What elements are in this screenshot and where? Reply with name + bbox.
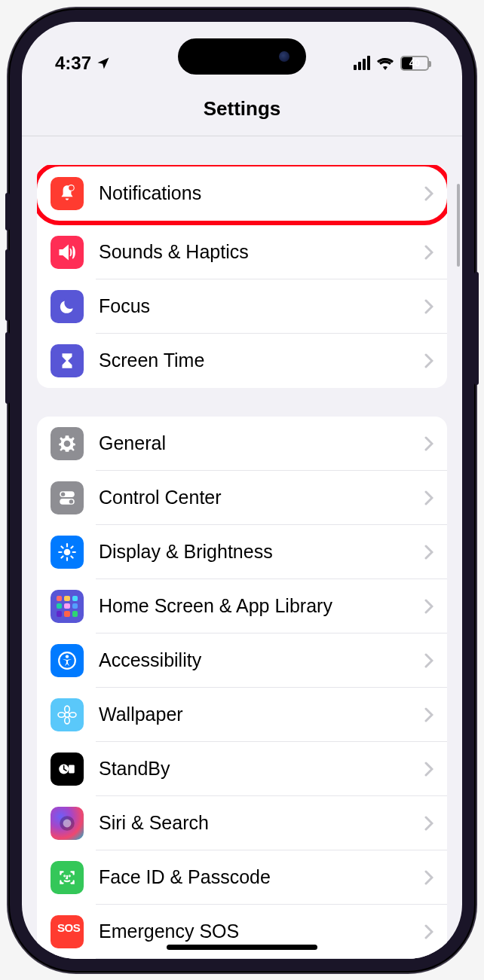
scroll-indicator[interactable] — [457, 184, 460, 267]
row-label: Focus — [99, 295, 424, 317]
hourglass-icon — [51, 344, 84, 377]
location-icon — [96, 56, 111, 71]
chevron-right-icon — [424, 353, 433, 368]
volume-down — [5, 332, 10, 404]
row-label: StandBy — [99, 758, 424, 780]
faceid-icon — [51, 861, 84, 894]
row-label: Accessibility — [99, 649, 424, 671]
row-label: Sounds & Haptics — [99, 241, 424, 263]
row-label: Screen Time — [99, 350, 424, 371]
row-label: Wallpaper — [99, 704, 424, 725]
silent-switch — [5, 193, 10, 230]
grid-icon — [51, 590, 84, 623]
row-label: Home Screen & App Library — [99, 595, 424, 617]
svg-line-13 — [71, 556, 72, 557]
svg-point-20 — [65, 717, 70, 724]
svg-point-7 — [64, 548, 71, 555]
row-label: Notifications — [99, 182, 424, 204]
page-title: Settings — [22, 97, 462, 121]
svg-point-26 — [63, 819, 72, 827]
chevron-right-icon — [424, 653, 433, 668]
row-home-screen[interactable]: Home Screen & App Library — [37, 579, 447, 633]
svg-point-2 — [65, 441, 70, 446]
svg-line-12 — [61, 546, 63, 548]
row-sounds-haptics[interactable]: Sounds & Haptics — [37, 225, 447, 279]
row-label: Siri & Search — [99, 812, 424, 834]
settings-group-2: General Control Center Display & Brightn… — [37, 417, 447, 959]
svg-line-15 — [71, 546, 72, 548]
battery-level: 40 — [402, 57, 427, 69]
row-wallpaper[interactable]: Wallpaper — [37, 688, 447, 742]
volume-up — [5, 249, 10, 321]
front-camera — [279, 51, 289, 62]
svg-point-18 — [65, 712, 70, 717]
svg-point-6 — [69, 499, 73, 503]
svg-point-27 — [64, 875, 65, 876]
chevron-right-icon — [424, 762, 433, 777]
row-screen-time[interactable]: Screen Time — [37, 334, 447, 388]
accessibility-icon — [51, 644, 84, 677]
row-siri-search[interactable]: Siri & Search — [37, 796, 447, 850]
screen: 4:37 40 Settings — [22, 22, 462, 959]
row-accessibility[interactable]: Accessibility — [37, 633, 447, 688]
chevron-right-icon — [424, 816, 433, 831]
row-focus[interactable]: Focus — [37, 279, 447, 334]
flower-icon — [51, 698, 84, 731]
siri-icon — [51, 807, 84, 840]
status-left: 4:37 — [55, 53, 111, 74]
home-indicator[interactable] — [167, 945, 317, 950]
svg-point-21 — [58, 712, 65, 717]
svg-point-17 — [66, 655, 69, 658]
sos-icon: SOS — [51, 915, 84, 948]
svg-point-19 — [65, 706, 70, 713]
clock-cal-icon — [51, 753, 84, 786]
chevron-right-icon — [424, 186, 433, 201]
cellular-icon — [354, 56, 370, 70]
sun-icon — [51, 536, 84, 569]
chevron-right-icon — [424, 599, 433, 614]
row-label: Emergency SOS — [99, 920, 424, 942]
row-emergency-sos[interactable]: SOS Emergency SOS — [37, 905, 447, 959]
chevron-right-icon — [424, 245, 433, 260]
status-time: 4:37 — [55, 53, 91, 74]
status-right: 40 — [354, 56, 429, 71]
dynamic-island — [178, 38, 306, 75]
row-control-center[interactable]: Control Center — [37, 471, 447, 525]
toggle-icon — [51, 481, 84, 514]
svg-line-14 — [61, 556, 63, 557]
row-display-brightness[interactable]: Display & Brightness — [37, 525, 447, 579]
phone-frame: 4:37 40 Settings — [8, 8, 476, 972]
svg-rect-24 — [69, 765, 75, 773]
chevron-right-icon — [424, 707, 433, 722]
svg-point-4 — [61, 492, 65, 496]
svg-point-28 — [69, 875, 70, 876]
battery-icon: 40 — [400, 56, 429, 71]
row-label: General — [99, 432, 424, 454]
chevron-right-icon — [424, 870, 433, 885]
svg-point-22 — [69, 712, 76, 717]
row-label: Display & Brightness — [99, 541, 424, 563]
row-faceid-passcode[interactable]: Face ID & Passcode — [37, 850, 447, 905]
wifi-icon — [376, 56, 394, 70]
chevron-right-icon — [424, 436, 433, 451]
row-notifications[interactable]: Notifications — [37, 165, 447, 225]
svg-point-1 — [69, 185, 74, 191]
moon-icon — [51, 290, 84, 323]
content-scroll[interactable]: Notifications Sounds & Haptics Focus — [22, 136, 462, 959]
chevron-right-icon — [424, 924, 433, 939]
row-general[interactable]: General — [37, 417, 447, 471]
settings-group-1: Notifications Sounds & Haptics Focus — [37, 165, 447, 388]
chevron-right-icon — [424, 299, 433, 314]
row-label: Face ID & Passcode — [99, 866, 424, 888]
speaker-icon — [51, 236, 84, 269]
chevron-right-icon — [424, 545, 433, 560]
row-label: Control Center — [99, 487, 424, 508]
row-standby[interactable]: StandBy — [37, 742, 447, 796]
power-button — [474, 272, 479, 385]
chevron-right-icon — [424, 490, 433, 505]
gear-icon — [51, 427, 84, 460]
bell-badge-icon — [51, 177, 84, 210]
